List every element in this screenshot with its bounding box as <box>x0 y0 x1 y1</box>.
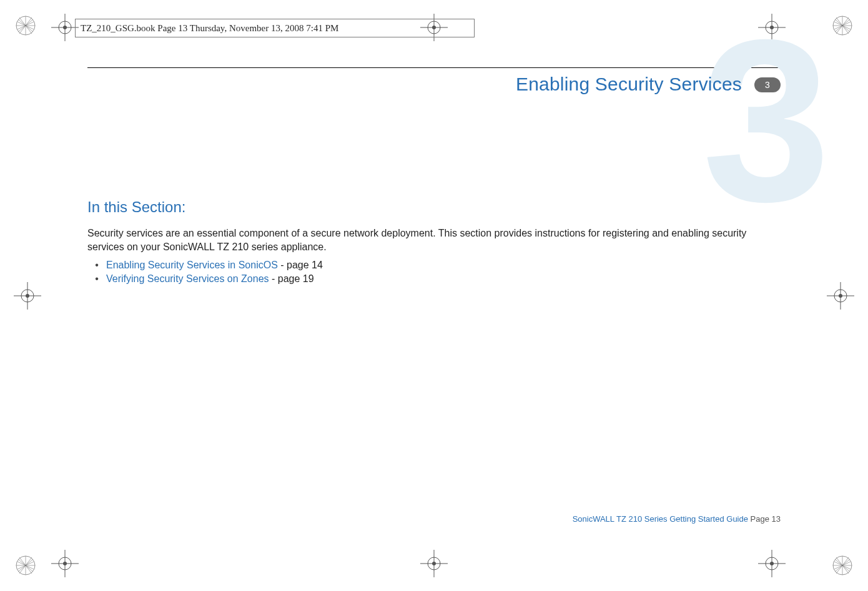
crop-mark-icon <box>15 555 36 576</box>
registration-mark-icon <box>50 549 80 579</box>
chapter-badge: 3 <box>754 77 781 92</box>
list-item-link[interactable]: Verifying Security Services on Zones <box>106 273 269 284</box>
chapter-badge-number: 3 <box>765 80 770 90</box>
bullet-icon: • <box>87 273 106 285</box>
chapter-title: Enabling Security Services <box>516 74 742 95</box>
list-item-suffix: - page 19 <box>269 273 314 284</box>
intro-paragraph: Security services are an essential compo… <box>87 227 781 253</box>
svg-point-15 <box>63 26 67 29</box>
svg-point-11 <box>839 294 842 298</box>
svg-point-19 <box>63 562 67 565</box>
registration-mark-icon <box>826 281 856 311</box>
list-item: • Verifying Security Services on Zones -… <box>87 273 781 285</box>
list-item: • Enabling Security Services in SonicOS … <box>87 260 781 271</box>
crop-mark-icon <box>832 15 853 36</box>
top-rule <box>87 67 781 68</box>
registration-mark-icon <box>757 549 787 579</box>
page-content: 3 Enabling Security Services 3 In this S… <box>87 67 781 524</box>
bullet-icon: • <box>87 260 106 271</box>
chapter-number-watermark: 3 <box>702 5 831 236</box>
page-footer: SonicWALL TZ 210 Series Getting Started … <box>573 514 781 524</box>
document-header-text: TZ_210_GSG.book Page 13 Thursday, Novemb… <box>81 23 338 34</box>
list-item-link[interactable]: Enabling Security Services in SonicOS <box>106 260 278 270</box>
list-item-suffix: - page 14 <box>278 260 323 270</box>
crop-mark-icon <box>832 555 853 576</box>
svg-point-9 <box>26 294 29 298</box>
section-heading: In this Section: <box>87 198 185 216</box>
document-header-tag: TZ_210_GSG.book Page 13 Thursday, Novemb… <box>75 19 475 37</box>
svg-point-7 <box>432 562 436 565</box>
registration-mark-icon <box>12 281 42 311</box>
svg-point-17 <box>770 562 774 565</box>
registration-mark-icon <box>419 549 449 579</box>
footer-guide-name: SonicWALL TZ 210 Series Getting Started … <box>573 514 748 524</box>
footer-page-number: Page 13 <box>748 514 781 524</box>
crop-mark-icon <box>15 15 36 36</box>
bullet-list: • Enabling Security Services in SonicOS … <box>87 260 781 287</box>
